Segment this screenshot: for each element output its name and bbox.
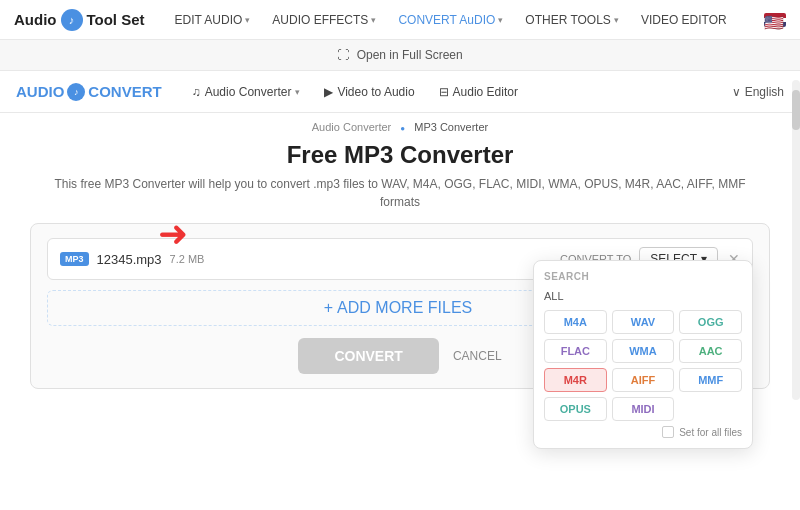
format-btn-opus[interactable]: OPUS — [544, 397, 607, 421]
logo[interactable]: Audio ♪ Tool Set — [14, 9, 145, 31]
cancel-link[interactable]: CANCEL — [453, 349, 502, 363]
chevron-down-icon: ▾ — [614, 15, 619, 25]
format-btn-aac[interactable]: AAC — [679, 339, 742, 363]
nav-items: EDIT AUDIO ▾ AUDIO EFFECTS ▾ CONVERT AuD… — [165, 9, 764, 31]
chevron-down-icon: ▾ — [245, 15, 250, 25]
format-btn-m4r[interactable]: M4R — [544, 368, 607, 392]
breadcrumb: Audio Converter ● MP3 Converter — [0, 113, 800, 137]
set-all-row: Set for all files — [544, 426, 742, 438]
logo-text-part1: Audio — [14, 11, 57, 28]
format-btn-m4a[interactable]: M4A — [544, 310, 607, 334]
page-subtitle: This free MP3 Converter will help you to… — [30, 175, 770, 211]
format-btn-ogg[interactable]: OGG — [679, 310, 742, 334]
file-size: 7.2 MB — [170, 253, 205, 265]
flag-icon[interactable]: 🇺🇸 — [764, 13, 786, 27]
set-all-label: Set for all files — [679, 427, 742, 438]
inner-nav-audio-converter[interactable]: ♫ Audio Converter ▾ — [182, 81, 311, 103]
format-dropdown-panel: SEARCH ALL M4A WAV OGG FLAC WMA AAC M4R … — [533, 260, 753, 449]
logo-text-part2: Tool Set — [87, 11, 145, 28]
nav-item-audio-effects[interactable]: AUDIO EFFECTS ▾ — [262, 9, 386, 31]
inner-nav-lang[interactable]: ∨ English — [732, 85, 784, 99]
inner-logo-text: AUDIO — [16, 83, 64, 100]
full-screen-label: Open in Full Screen — [357, 48, 463, 62]
plus-icon: + — [324, 299, 333, 317]
chevron-down-icon: ▾ — [371, 15, 376, 25]
format-grid: M4A WAV OGG FLAC WMA AAC M4R AIFF MMF OP… — [544, 310, 742, 421]
nav-item-other-tools[interactable]: OTHER TOOLS ▾ — [515, 9, 629, 31]
inner-nav: AUDIO ♪ CONVERT ♫ Audio Converter ▾ ▶ Vi… — [0, 71, 800, 113]
format-btn-aiff[interactable]: AIFF — [612, 368, 675, 392]
page-title: Free MP3 Converter — [30, 141, 770, 169]
format-btn-wma[interactable]: WMA — [612, 339, 675, 363]
open-full-screen-link[interactable]: ⛶ Open in Full Screen — [337, 48, 462, 62]
logo-icon: ♪ — [61, 9, 83, 31]
breadcrumb-current: MP3 Converter — [414, 121, 488, 133]
chevron-down-icon: ▾ — [498, 15, 503, 25]
scrollbar-thumb[interactable] — [792, 90, 800, 130]
nav-item-edit-audio[interactable]: EDIT AUDIO ▾ — [165, 9, 261, 31]
nav-item-convert-audio[interactable]: CONVERT AuDIO ▾ — [388, 9, 513, 31]
inner-nav-video-to-audio[interactable]: ▶ Video to Audio — [314, 81, 424, 103]
chevron-down-icon: ▾ — [295, 87, 300, 97]
format-btn-midi[interactable]: MIDI — [612, 397, 675, 421]
main-content: Free MP3 Converter This free MP3 Convert… — [0, 137, 800, 399]
music-icon: ♫ — [192, 85, 201, 99]
format-btn-flac[interactable]: FLAC — [544, 339, 607, 363]
file-type-badge: MP3 — [60, 252, 89, 266]
video-icon: ▶ — [324, 85, 333, 99]
inner-logo[interactable]: AUDIO ♪ CONVERT — [16, 83, 162, 101]
inner-logo-text2: CONVERT — [88, 83, 161, 100]
add-more-label: ADD MORE FILES — [337, 299, 472, 317]
nav-item-video-editor[interactable]: VIDEO EDITOR — [631, 9, 737, 31]
inner-nav-items: ♫ Audio Converter ▾ ▶ Video to Audio ⊟ A… — [182, 81, 733, 103]
breadcrumb-separator: ● — [400, 124, 405, 133]
inner-nav-audio-editor[interactable]: ⊟ Audio Editor — [429, 81, 528, 103]
top-nav: Audio ♪ Tool Set EDIT AUDIO ▾ AUDIO EFFE… — [0, 0, 800, 40]
nav-right: 🇺🇸 — [764, 13, 786, 27]
all-formats-option[interactable]: ALL — [544, 288, 742, 304]
format-btn-wav[interactable]: WAV — [612, 310, 675, 334]
search-label: SEARCH — [544, 271, 742, 282]
converter-box: MP3 12345.mp3 7.2 MB CONVERT TO SELECT ▾… — [30, 223, 770, 389]
breadcrumb-parent[interactable]: Audio Converter — [312, 121, 392, 133]
scrollbar-track[interactable] — [792, 80, 800, 400]
inner-logo-icon: ♪ — [67, 83, 85, 101]
convert-button[interactable]: CONVERT — [298, 338, 438, 374]
expand-icon: ⛶ — [337, 48, 349, 62]
file-name: 12345.mp3 — [97, 252, 162, 267]
audio-editor-icon: ⊟ — [439, 85, 449, 99]
set-all-checkbox[interactable] — [662, 426, 674, 438]
full-screen-bar: ⛶ Open in Full Screen — [0, 40, 800, 71]
format-btn-mmf[interactable]: MMF — [679, 368, 742, 392]
